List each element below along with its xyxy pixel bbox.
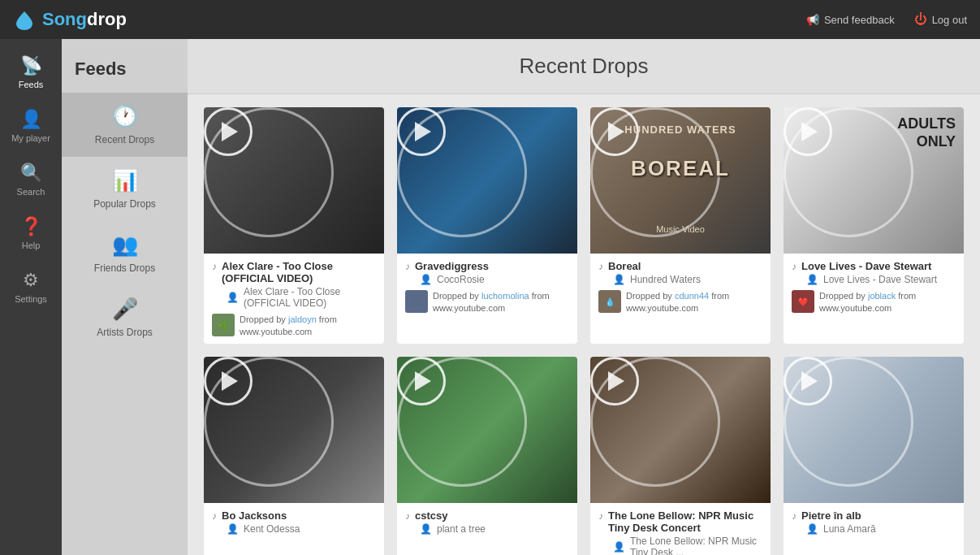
drop-card[interactable]: ♪ The Lone Bellow: NPR Music Tiny Desk C… [590, 357, 771, 555]
person-small-icon: 👤 [420, 523, 432, 535]
person-small-icon: 👤 [806, 523, 818, 535]
drop-title-text: The Lone Bellow: NPR Music Tiny Desk Con… [608, 509, 762, 534]
sidebar-item-search[interactable]: 🔍 Search [0, 153, 62, 206]
music-note-icon: ♪ [405, 261, 410, 272]
person-icon: 👤 [20, 109, 42, 130]
drop-card[interactable]: ADULTSONLY ♪ Love Lives - Dave Stewart 👤… [784, 107, 964, 344]
header: Songdrop 📢 Send feedback ⏻ Log out [0, 0, 980, 39]
nav-item-recent-drops-label: Recent Drops [95, 134, 154, 145]
header-actions: 📢 Send feedback ⏻ Log out [806, 12, 967, 27]
drop-thumbnail[interactable] [397, 357, 577, 503]
drop-thumbnail[interactable] [590, 357, 771, 503]
nav-item-popular-drops[interactable]: 📊 Popular Drops [62, 157, 188, 221]
drop-thumbnail[interactable] [204, 107, 384, 254]
play-triangle-icon [608, 371, 624, 391]
drop-title-text: cstcsy [415, 509, 447, 522]
sidebar: 📡 Feeds 👤 My player 🔍 Search ❓ Help ⚙ Se… [0, 39, 62, 555]
drop-card[interactable]: HUNDRED WATERS BOREAL Music Video ♪ Bore… [590, 107, 771, 344]
drop-artist-name: Hundred Waters [630, 274, 701, 285]
drop-artist-name: Alex Clare - Too Close (OFFICIAL VIDEO) [244, 286, 376, 309]
avatar: 💧 [598, 290, 621, 313]
drop-artist: 👤 Kent Odessa [212, 523, 376, 535]
sidebar-item-help[interactable]: ❓ Help [0, 206, 62, 260]
drop-card[interactable]: ♪ Bo Jacksons 👤 Kent Odessa [204, 357, 384, 555]
drop-title: ♪ Pietre în alb [792, 509, 956, 522]
friends-icon: 👥 [112, 232, 138, 258]
drop-title: ♪ The Lone Bellow: NPR Music Tiny Desk C… [598, 509, 762, 534]
sidebar-item-my-player[interactable]: 👤 My player [0, 99, 62, 153]
content-header: Recent Drops [188, 39, 980, 94]
drop-meta: 🌿 Dropped by jaldoyn fromwww.youtube.com [212, 314, 376, 339]
drop-card[interactable]: ♪ Gravediggress 👤 CocoRosie 🎵 Dropped by… [397, 107, 577, 344]
drop-info: ♪ cstcsy 👤 plant a tree [397, 503, 577, 540]
play-button[interactable] [204, 357, 253, 405]
drops-grid: ♪ Alex Clare - Too Close (OFFICIAL VIDEO… [204, 107, 964, 555]
music-note-icon: ♪ [792, 510, 797, 522]
content-area: Recent Drops ♪ Alex Clare - Too Close (O… [188, 39, 980, 555]
play-button[interactable] [784, 357, 832, 405]
search-icon: 🔍 [20, 163, 42, 184]
play-triangle-icon [222, 371, 238, 391]
drop-info: ♪ Pietre în alb 👤 Luna Amară [784, 503, 964, 540]
drop-artist: 👤 CocoRosie [405, 274, 569, 285]
music-note-icon: ♪ [212, 510, 217, 522]
drop-info: ♪ The Lone Bellow: NPR Music Tiny Desk C… [590, 503, 771, 555]
drop-meta-text: Dropped by luchomolina fromwww.youtube.c… [433, 290, 550, 315]
avatar: ❤️ [792, 290, 814, 313]
drop-artist-name: The Lone Bellow: NPR Music Tiny Desk ... [630, 535, 762, 555]
play-triangle-icon [415, 122, 431, 141]
drop-thumbnail[interactable]: HUNDRED WATERS BOREAL Music Video [590, 107, 771, 254]
clock-icon: 🕐 [112, 104, 138, 129]
play-button[interactable] [204, 107, 253, 156]
drop-thumbnail[interactable] [204, 357, 384, 503]
drop-title: ♪ Gravediggress [405, 260, 569, 272]
drop-thumbnail[interactable]: ADULTSONLY [784, 107, 964, 254]
drop-artist-name: plant a tree [437, 523, 486, 535]
music-note-icon: ♪ [598, 510, 603, 522]
logout-button[interactable]: ⏻ Log out [914, 12, 967, 27]
feeds-nav-header: Feeds [62, 49, 127, 93]
drop-title: ♪ Bo Jacksons [212, 509, 376, 522]
drop-meta: 💧 Dropped by cdunn44 fromwww.youtube.com [598, 290, 762, 315]
drop-artist: 👤 Luna Amară [792, 523, 956, 535]
power-icon: ⏻ [914, 12, 927, 27]
play-triangle-icon [222, 122, 238, 141]
sidebar-item-feeds[interactable]: 📡 Feeds [0, 46, 62, 99]
sidebar-item-search-label: Search [17, 187, 45, 197]
play-button[interactable] [590, 357, 639, 405]
drop-title-text: Love Lives - Dave Stewart [801, 260, 931, 272]
drop-thumbnail[interactable] [784, 357, 964, 503]
sidebar-item-settings[interactable]: ⚙ Settings [0, 260, 62, 314]
drop-artist-name: Luna Amară [823, 523, 876, 535]
person-small-icon: 👤 [613, 541, 625, 553]
music-note-icon: ♪ [598, 261, 603, 272]
nav-item-recent-drops[interactable]: 🕐 Recent Drops [62, 93, 188, 157]
help-icon: ❓ [20, 216, 42, 237]
play-triangle-icon [415, 371, 431, 391]
nav-item-friends-drops[interactable]: 👥 Friends Drops [62, 221, 188, 285]
content-scroll[interactable]: ♪ Alex Clare - Too Close (OFFICIAL VIDEO… [188, 94, 980, 555]
sidebar-item-feeds-label: Feeds [19, 80, 44, 89]
secondary-nav: Feeds 🕐 Recent Drops 📊 Popular Drops 👥 F… [62, 39, 188, 555]
drop-title-text: Pietre în alb [801, 509, 861, 522]
drop-artist: 👤 The Lone Bellow: NPR Music Tiny Desk .… [598, 535, 762, 555]
gear-icon: ⚙ [23, 270, 39, 291]
send-feedback-button[interactable]: 📢 Send feedback [806, 14, 895, 26]
drop-meta-text: Dropped by joblack fromwww.youtube.com [819, 290, 916, 315]
sidebar-item-my-player-label: My player [11, 133, 50, 143]
play-button[interactable] [397, 107, 446, 156]
drop-thumbnail[interactable] [397, 107, 577, 254]
drop-info: ♪ Gravediggress 👤 CocoRosie 🎵 Dropped by… [397, 254, 577, 320]
music-note-icon: ♪ [792, 261, 797, 272]
page-title: Recent Drops [207, 54, 961, 79]
nav-item-artists-drops[interactable]: 🎤 Artists Drops [62, 285, 188, 349]
drop-card[interactable]: ♪ Pietre în alb 👤 Luna Amară [784, 357, 964, 555]
drop-title-text: Gravediggress [415, 260, 489, 272]
play-button[interactable] [784, 107, 832, 156]
drop-artist-name: Love Lives - Dave Stewart [823, 274, 937, 285]
drop-card[interactable]: ♪ Alex Clare - Too Close (OFFICIAL VIDEO… [204, 107, 384, 344]
drop-card[interactable]: ♪ cstcsy 👤 plant a tree [397, 357, 577, 555]
drop-info: ♪ Love Lives - Dave Stewart 👤 Love Lives… [784, 254, 964, 320]
nav-item-artists-drops-label: Artists Drops [97, 327, 153, 338]
play-button[interactable] [397, 357, 446, 405]
